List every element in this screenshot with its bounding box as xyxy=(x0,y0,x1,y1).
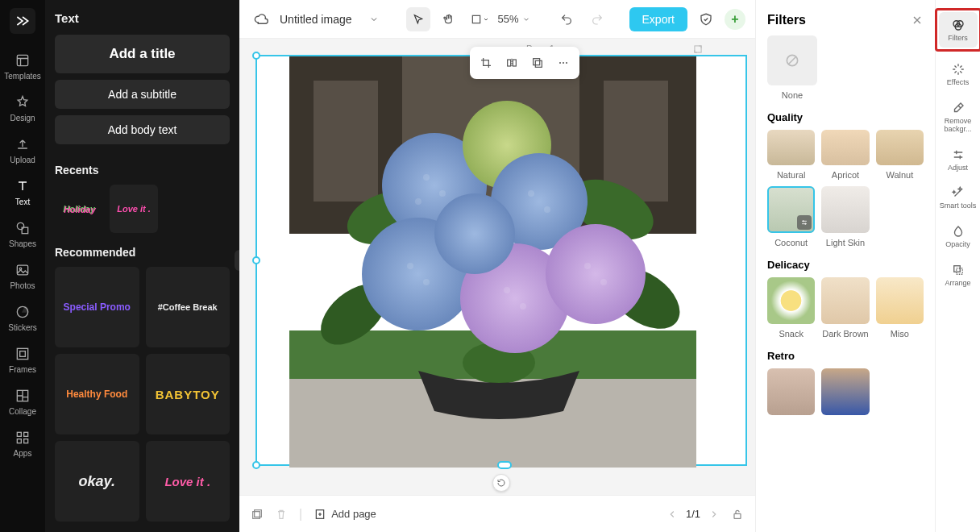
recommended-item[interactable]: BABYTOY xyxy=(146,354,230,434)
close-filters-button[interactable] xyxy=(911,14,924,27)
svg-point-36 xyxy=(415,198,421,205)
next-page-button[interactable] xyxy=(708,509,720,520)
canvas-area[interactable]: Page 1 xyxy=(239,39,755,495)
rr-effects[interactable]: Effects xyxy=(939,56,978,92)
filter-coconut[interactable] xyxy=(767,186,815,233)
recommended-item[interactable]: Love it . xyxy=(146,441,230,522)
duplicate-button[interactable] xyxy=(526,52,549,74)
prev-page-button[interactable] xyxy=(666,509,678,520)
svg-point-40 xyxy=(423,279,430,285)
rail-text[interactable]: Text xyxy=(0,171,45,213)
filter-retro-2[interactable] xyxy=(821,368,869,415)
filter-walnut[interactable] xyxy=(876,130,924,165)
title-dropdown-icon[interactable] xyxy=(362,7,386,31)
doc-title[interactable]: Untitled image xyxy=(280,13,352,26)
opacity-icon xyxy=(950,223,966,239)
export-button[interactable]: Export xyxy=(629,7,687,31)
rail-templates[interactable]: Templates xyxy=(0,45,45,87)
rail-design[interactable]: Design xyxy=(0,87,45,129)
rr-arrange[interactable]: Arrange xyxy=(939,257,978,293)
selection-handle[interactable] xyxy=(252,52,260,60)
pages-icon[interactable] xyxy=(251,508,264,521)
svg-point-51 xyxy=(566,62,567,64)
svg-rect-3 xyxy=(17,265,27,275)
rr-adjust[interactable]: Adjust xyxy=(939,142,978,177)
photos-icon xyxy=(14,261,31,279)
add-subtitle-button[interactable]: Add a subtitle xyxy=(55,80,230,109)
rail-frames[interactable]: Frames xyxy=(0,339,45,380)
eraser-icon xyxy=(950,100,966,116)
add-page-button[interactable]: Add page xyxy=(314,508,376,521)
upload-icon xyxy=(14,135,31,153)
center-column: Untitled image 55% Export + Page 1 xyxy=(239,0,755,532)
filter-light-skin[interactable] xyxy=(821,186,869,233)
more-button[interactable] xyxy=(552,52,575,74)
svg-rect-13 xyxy=(472,15,480,23)
svg-rect-55 xyxy=(734,513,741,518)
shield-icon[interactable] xyxy=(694,7,718,31)
svg-rect-7 xyxy=(20,351,26,357)
filter-dark-brown[interactable] xyxy=(821,277,869,324)
hand-tool[interactable] xyxy=(437,7,461,31)
svg-point-37 xyxy=(528,190,534,197)
filter-miso[interactable] xyxy=(876,277,924,324)
add-body-button[interactable]: Add body text xyxy=(55,115,230,144)
canvas-image[interactable] xyxy=(289,56,696,468)
recommended-title: Recommended xyxy=(55,246,230,259)
svg-rect-9 xyxy=(17,432,21,436)
rr-filters[interactable]: Filters xyxy=(939,12,978,48)
selection-handle[interactable] xyxy=(497,461,512,469)
svg-rect-12 xyxy=(24,439,28,443)
rail-collage[interactable]: Collage xyxy=(0,380,45,422)
rr-smart-tools[interactable]: Smart tools xyxy=(939,180,978,215)
add-collaborator-icon[interactable]: + xyxy=(725,9,745,30)
rail-apps[interactable]: Apps xyxy=(0,422,45,464)
rotate-handle[interactable] xyxy=(492,474,510,492)
selection-handle[interactable] xyxy=(252,461,260,469)
redo-button[interactable] xyxy=(585,7,609,31)
rail-shapes[interactable]: Shapes xyxy=(0,213,45,255)
delete-icon[interactable] xyxy=(275,508,288,521)
filter-natural[interactable] xyxy=(767,130,815,165)
rail-stickers[interactable]: Stickers xyxy=(0,297,45,339)
recommended-item[interactable]: okay. xyxy=(55,441,139,522)
cloud-save-icon[interactable] xyxy=(249,7,273,31)
rr-remove-bg[interactable]: Remove backgr... xyxy=(939,95,978,139)
page-expand-icon[interactable] xyxy=(692,44,704,55)
svg-rect-14 xyxy=(695,46,701,52)
svg-rect-11 xyxy=(17,439,21,443)
lock-icon[interactable] xyxy=(731,508,744,521)
svg-point-39 xyxy=(407,263,413,269)
filter-apricot[interactable] xyxy=(821,130,869,165)
rail-photos[interactable]: Photos xyxy=(0,255,45,297)
svg-point-50 xyxy=(563,62,564,64)
canvas-selection[interactable] xyxy=(255,55,747,466)
svg-rect-48 xyxy=(534,59,540,65)
topbar: Untitled image 55% Export + xyxy=(239,0,755,39)
filter-none[interactable] xyxy=(767,35,817,85)
crop-dropdown[interactable] xyxy=(467,7,492,31)
undo-button[interactable] xyxy=(554,7,579,31)
svg-rect-6 xyxy=(17,348,27,359)
filter-adjust-icon[interactable] xyxy=(797,215,812,230)
zoom-dropdown[interactable]: 55% xyxy=(498,13,530,25)
svg-rect-53 xyxy=(253,511,260,518)
rr-opacity[interactable]: Opacity xyxy=(939,218,978,254)
add-title-button[interactable]: Add a title xyxy=(55,35,230,73)
recent-item[interactable]: Love it . xyxy=(110,185,158,233)
filters-icon xyxy=(950,17,966,33)
recommended-item[interactable]: Special Promo xyxy=(55,267,139,347)
svg-point-33 xyxy=(434,193,515,274)
recent-item[interactable]: Holiday xyxy=(55,185,103,233)
app-logo[interactable] xyxy=(10,8,35,34)
flip-button[interactable] xyxy=(500,52,523,74)
pointer-tool[interactable] xyxy=(406,7,430,31)
crop-button[interactable] xyxy=(475,52,497,74)
filter-snack[interactable] xyxy=(767,277,815,324)
rail-upload[interactable]: Upload xyxy=(0,129,45,171)
filter-retro-1[interactable] xyxy=(767,368,815,415)
svg-point-38 xyxy=(544,206,550,213)
recommended-item[interactable]: #Coffee Break xyxy=(146,267,230,347)
recommended-item[interactable]: Healthy Food xyxy=(55,354,139,434)
selection-handle[interactable] xyxy=(252,256,260,264)
